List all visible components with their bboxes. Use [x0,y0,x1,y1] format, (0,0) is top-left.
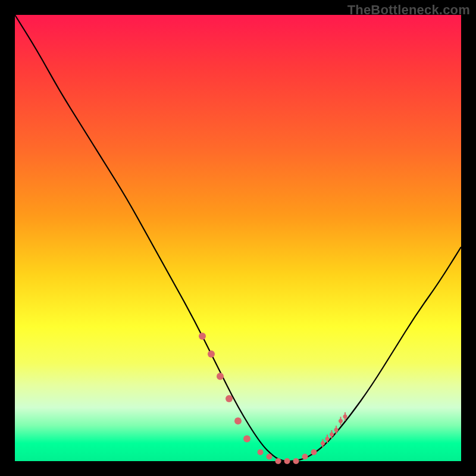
curve-marker [199,333,206,340]
curve-marker [339,419,343,423]
markers-right-ticks [321,412,347,447]
curve-marker [284,458,290,464]
curve-marker [208,350,215,358]
curve-marker [275,458,281,464]
curve-marker [293,458,299,464]
curve-marker [234,418,242,425]
curve-marker [243,436,250,443]
curve-marker [258,449,264,455]
markers-left [199,333,250,443]
chart-container: TheBottleneck.com [0,0,476,476]
curve-marker [217,373,224,380]
curve-marker [321,441,325,446]
curve-svg [15,15,461,461]
curve-marker [226,395,233,402]
markers-bottom [258,449,317,464]
bottleneck-curve [15,15,461,461]
curve-marker [330,433,334,437]
curve-marker [343,415,347,419]
curve-marker [334,428,339,432]
curve-marker [267,454,273,460]
plot-area [15,15,461,461]
curve-marker [325,437,330,441]
curve-marker [302,454,308,460]
curve-marker [311,449,317,455]
